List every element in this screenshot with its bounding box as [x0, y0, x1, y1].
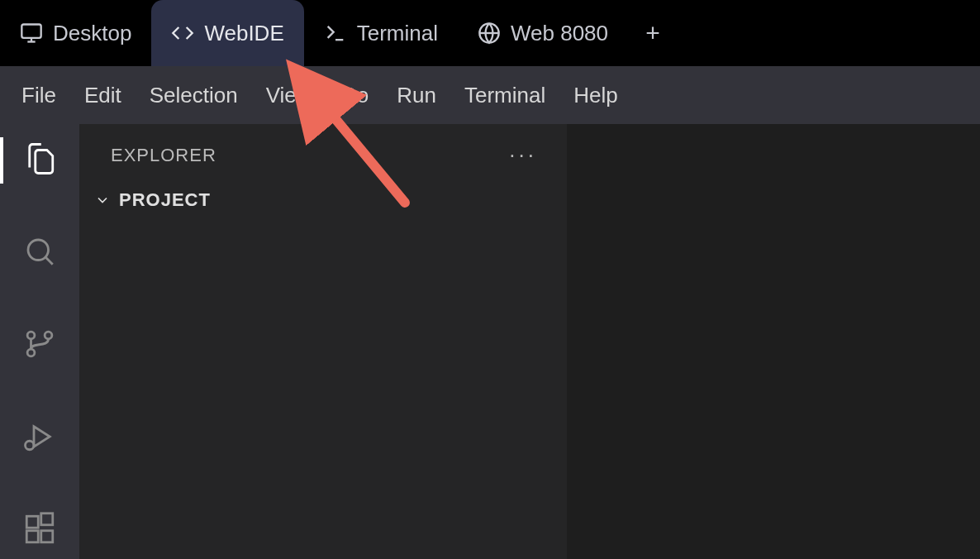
tab-desktop[interactable]: Desktop: [0, 0, 151, 66]
add-tab-button[interactable]: +: [628, 0, 678, 66]
activity-source-control[interactable]: [0, 318, 79, 374]
svg-point-10: [45, 332, 52, 339]
activity-run-debug[interactable]: [0, 410, 79, 466]
extensions-icon: [22, 512, 57, 550]
svg-point-12: [26, 441, 35, 450]
chevron-down-icon: [94, 192, 111, 208]
plus-icon: +: [645, 19, 660, 47]
activity-bar: [0, 124, 79, 559]
menu-run[interactable]: Run: [395, 78, 438, 113]
svg-point-6: [28, 240, 49, 260]
menu-selection[interactable]: Selection: [148, 78, 240, 113]
sidebar-more-button[interactable]: ···: [502, 139, 544, 171]
workbench-body: EXPLORER ··· PROJECT: [0, 124, 980, 559]
globe-icon: [478, 22, 501, 45]
sidebar-title: EXPLORER: [111, 145, 216, 166]
svg-marker-11: [34, 427, 50, 447]
sidebar-header: EXPLORER ···: [79, 124, 567, 186]
explorer-sidebar: EXPLORER ··· PROJECT: [79, 124, 567, 559]
svg-point-8: [27, 332, 35, 339]
menu-file[interactable]: File: [20, 78, 58, 113]
search-icon: [22, 234, 57, 272]
menubar: File Edit Selection View Go Run Terminal…: [0, 66, 980, 124]
tab-web-8080[interactable]: Web 8080: [458, 0, 628, 66]
svg-line-7: [45, 257, 52, 264]
activity-explorer[interactable]: [0, 132, 79, 189]
activity-extensions[interactable]: [0, 503, 79, 559]
tab-label: Terminal: [357, 21, 438, 46]
activity-search[interactable]: [0, 225, 79, 281]
svg-rect-16: [41, 514, 53, 525]
menu-go[interactable]: Go: [339, 78, 371, 113]
svg-rect-13: [26, 516, 38, 528]
monitor-icon: [20, 22, 43, 45]
svg-rect-15: [41, 531, 53, 542]
play-bug-icon: [22, 419, 57, 457]
files-icon: [22, 141, 57, 179]
menu-view[interactable]: View: [264, 78, 314, 113]
tab-label: WebIDE: [204, 21, 283, 46]
svg-rect-0: [21, 25, 40, 38]
terminal-icon: [324, 22, 347, 45]
tab-label: Web 8080: [511, 21, 608, 46]
tab-terminal[interactable]: Terminal: [304, 0, 458, 66]
menu-edit[interactable]: Edit: [83, 78, 123, 113]
sidebar-section-project[interactable]: PROJECT: [79, 186, 567, 214]
code-icon: [171, 22, 194, 45]
svg-rect-14: [26, 531, 38, 542]
menu-terminal[interactable]: Terminal: [463, 78, 547, 113]
sidebar-section-label: PROJECT: [119, 189, 211, 211]
menu-help[interactable]: Help: [572, 78, 619, 113]
tab-label: Desktop: [53, 21, 131, 46]
top-tab-strip: Desktop WebIDE Terminal Web 8080 +: [0, 0, 980, 66]
tab-webide[interactable]: WebIDE: [151, 0, 303, 66]
editor-area: [567, 124, 980, 559]
svg-point-9: [27, 349, 35, 356]
branch-icon: [22, 327, 57, 365]
